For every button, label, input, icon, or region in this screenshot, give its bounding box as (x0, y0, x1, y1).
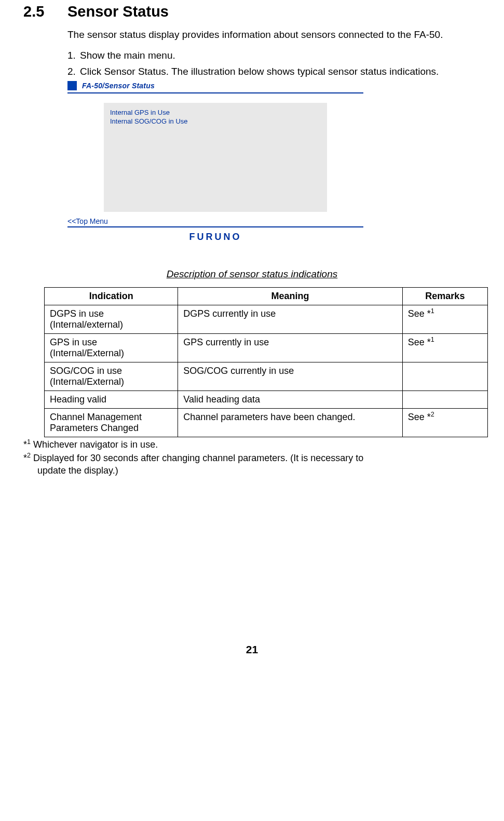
sensor-status-screenshot: FA-50/Sensor Status Internal GPS in Use … (67, 81, 363, 243)
cell-indication: DGPS in use(Internal/external) (45, 305, 178, 333)
footnote: *2 Displayed for 30 seconds after changi… (23, 452, 481, 477)
table-row: DGPS in use(Internal/external)DGPS curre… (45, 305, 488, 333)
section-title: Sensor Status (67, 3, 169, 20)
table-header-row: Indication Meaning Remarks (45, 287, 488, 305)
cell-remarks: See *1 (402, 333, 487, 362)
table-row: Heading validValid heading data (45, 391, 488, 408)
table-row: SOG/COG in use(Internal/External)SOG/COG… (45, 362, 488, 391)
step-2-num: 2. (67, 64, 80, 79)
cell-meaning: Channel parameters have been changed. (178, 408, 402, 437)
step-1-text: Show the main menu. (80, 50, 175, 61)
status-area: Internal GPS in Use Internal SOG/COG in … (104, 103, 327, 212)
table-row: GPS in use(Internal/External)GPS current… (45, 333, 488, 362)
status-line-2: Internal SOG/COG in Use (110, 117, 321, 126)
screenshot-title-text: FA-50/Sensor Status (82, 82, 155, 90)
logo-square-icon (67, 81, 77, 90)
th-meaning: Meaning (178, 287, 402, 305)
cell-remarks (402, 362, 487, 391)
step-2: 2.Click Sensor Status. The illustration … (67, 64, 481, 79)
footnote: *1 Whichever navigator is in use. (23, 438, 481, 451)
step-1: 1.Show the main menu. (67, 48, 481, 63)
cell-meaning: Valid heading data (178, 391, 402, 408)
top-menu-link[interactable]: <<Top Menu (67, 217, 363, 225)
screenshot-title-bar: FA-50/Sensor Status (67, 81, 363, 93)
cell-indication: SOG/COG in use(Internal/External) (45, 362, 178, 391)
section-number: 2.5 (23, 3, 67, 20)
cell-indication: Channel Management Parameters Changed (45, 408, 178, 437)
divider (67, 226, 363, 227)
table-caption: Description of sensor status indications (23, 268, 481, 280)
cell-indication: Heading valid (45, 391, 178, 408)
step-1-num: 1. (67, 48, 80, 63)
cell-remarks: See *2 (402, 408, 487, 437)
status-line-1: Internal GPS in Use (110, 108, 321, 117)
furuno-logo: FURUNO (67, 232, 363, 243)
intro-text: The sensor status display provides infor… (67, 28, 481, 42)
page-number: 21 (23, 643, 481, 656)
table-row: Channel Management Parameters ChangedCha… (45, 408, 488, 437)
th-indication: Indication (45, 287, 178, 305)
furuno-logo-text: FURUNO (189, 232, 242, 242)
cell-remarks: See *1 (402, 305, 487, 333)
th-remarks: Remarks (402, 287, 487, 305)
cell-meaning: SOG/COG currently in use (178, 362, 402, 391)
sensor-status-table: Indication Meaning Remarks DGPS in use(I… (44, 287, 488, 437)
cell-indication: GPS in use(Internal/External) (45, 333, 178, 362)
cell-meaning: GPS currently in use (178, 333, 402, 362)
cell-meaning: DGPS currently in use (178, 305, 402, 333)
step-2-text: Click Sensor Status. The illustration be… (80, 66, 439, 77)
section-header: 2.5Sensor Status (23, 3, 481, 20)
cell-remarks (402, 391, 487, 408)
